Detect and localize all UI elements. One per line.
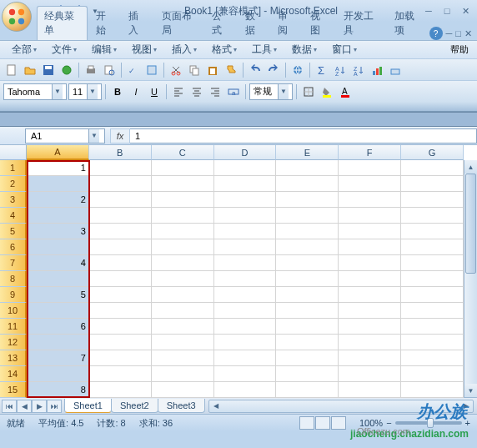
cell[interactable]	[89, 192, 152, 208]
cell[interactable]	[89, 208, 152, 224]
cell[interactable]	[401, 366, 464, 382]
borders-button[interactable]	[300, 83, 317, 100]
row-header[interactable]: 3	[0, 192, 27, 208]
cell[interactable]	[339, 176, 401, 192]
cell[interactable]	[339, 335, 401, 350]
cell[interactable]	[339, 382, 401, 398]
cell[interactable]	[276, 224, 339, 239]
cell[interactable]	[339, 192, 401, 208]
ribbon-tab-2[interactable]: 插入	[122, 7, 153, 40]
sheet-tab[interactable]: Sheet2	[111, 399, 158, 413]
cell[interactable]	[152, 255, 214, 271]
select-all-corner[interactable]	[0, 145, 27, 160]
cell[interactable]	[276, 366, 339, 382]
row-header[interactable]: 14	[0, 366, 27, 382]
cell[interactable]	[214, 208, 277, 224]
column-header[interactable]: E	[276, 145, 339, 160]
cell[interactable]	[276, 160, 339, 176]
research-icon[interactable]	[143, 62, 160, 78]
cell[interactable]	[214, 287, 277, 303]
cell[interactable]	[214, 271, 277, 287]
cell[interactable]	[214, 366, 277, 382]
cell[interactable]	[339, 160, 401, 176]
row-header[interactable]: 11	[0, 319, 27, 335]
fx-button[interactable]: fx	[110, 128, 130, 143]
cell[interactable]	[339, 255, 401, 271]
cell[interactable]	[339, 271, 401, 287]
formula-bar[interactable]: 1	[130, 128, 477, 143]
cell[interactable]: 8	[27, 382, 89, 398]
close-button[interactable]: ✕	[457, 4, 474, 18]
view-normal-button[interactable]	[299, 416, 314, 430]
row-header[interactable]: 10	[0, 303, 27, 319]
zoom-slider[interactable]	[395, 421, 462, 425]
cell[interactable]	[27, 335, 89, 350]
zoom-out-button[interactable]: −	[386, 418, 391, 428]
drawing-icon[interactable]	[387, 62, 404, 78]
row-header[interactable]: 6	[0, 239, 27, 255]
cell[interactable]	[89, 160, 152, 176]
redo-icon[interactable]	[265, 62, 282, 78]
sort-asc-icon[interactable]: AZ	[332, 62, 349, 78]
name-box[interactable]: A1▼	[25, 128, 105, 143]
undo-icon[interactable]	[247, 62, 264, 78]
cell[interactable]	[401, 319, 464, 335]
cell[interactable]: 2	[27, 192, 89, 208]
sheet-tab[interactable]: Sheet1	[64, 399, 112, 413]
cell[interactable]	[276, 255, 339, 271]
row-header[interactable]: 15	[0, 382, 27, 398]
cell[interactable]	[152, 382, 214, 398]
save-icon[interactable]	[40, 62, 57, 78]
align-left-button[interactable]	[170, 83, 187, 100]
new-icon[interactable]	[3, 62, 20, 78]
column-header[interactable]: A	[27, 145, 89, 160]
cell[interactable]	[401, 271, 464, 287]
menu-2[interactable]: 编辑 ▾	[85, 41, 123, 58]
italic-button[interactable]: I	[128, 83, 144, 100]
cell[interactable]	[276, 350, 339, 366]
cell[interactable]	[401, 335, 464, 350]
hyperlink-icon[interactable]	[289, 62, 306, 78]
cell[interactable]: 6	[27, 319, 89, 335]
cell[interactable]	[27, 239, 89, 255]
cell[interactable]	[152, 287, 214, 303]
row-header[interactable]: 5	[0, 224, 27, 239]
cell[interactable]	[401, 287, 464, 303]
font-size-selector[interactable]: 11▼	[68, 83, 102, 100]
scrollbar-thumb[interactable]	[465, 174, 476, 274]
cell[interactable]	[89, 319, 152, 335]
row-header[interactable]: 9	[0, 287, 27, 303]
cell[interactable]: 4	[27, 255, 89, 271]
fill-color-button[interactable]	[319, 83, 335, 100]
sheet-nav-prev[interactable]: ◀	[17, 400, 32, 413]
ribbon-tab-7[interactable]: 视图	[304, 7, 334, 40]
cell[interactable]	[89, 366, 152, 382]
doc-restore-button[interactable]: □	[455, 28, 461, 38]
cell[interactable]	[339, 239, 401, 255]
sheet-nav-last[interactable]: ⏭	[47, 400, 62, 413]
doc-close-button[interactable]: ✕	[464, 28, 472, 39]
spelling-icon[interactable]: ✓	[125, 62, 142, 78]
cell[interactable]	[27, 208, 89, 224]
view-pagebreak-button[interactable]	[331, 416, 346, 430]
cell[interactable]	[339, 303, 401, 319]
cell[interactable]	[89, 176, 152, 192]
cell[interactable]	[152, 224, 214, 239]
column-header[interactable]: D	[214, 145, 277, 160]
autosum-icon[interactable]: Σ	[314, 62, 330, 78]
cell[interactable]	[276, 208, 339, 224]
bold-button[interactable]: B	[109, 83, 126, 100]
cell[interactable]	[214, 319, 277, 335]
zoom-level[interactable]: 100%	[359, 418, 383, 428]
cell[interactable]	[339, 350, 401, 366]
row-header[interactable]: 13	[0, 350, 27, 366]
cell[interactable]	[89, 382, 152, 398]
cell[interactable]	[214, 224, 277, 239]
cell[interactable]	[152, 176, 214, 192]
row-header[interactable]: 1	[0, 160, 27, 176]
cell[interactable]	[401, 224, 464, 239]
cell[interactable]	[152, 335, 214, 350]
cell[interactable]	[89, 350, 152, 366]
cell[interactable]	[27, 176, 89, 192]
scroll-right-icon[interactable]: ▶	[459, 400, 473, 412]
